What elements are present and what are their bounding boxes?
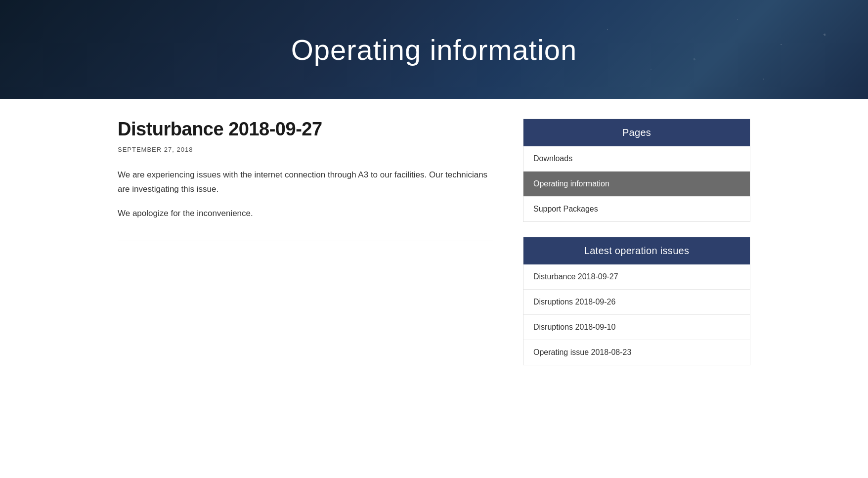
hero-banner: Operating information	[0, 0, 868, 99]
article-paragraph-2: We apologize for the inconvenience.	[118, 207, 493, 221]
issues-widget-header: Latest operation issues	[523, 237, 750, 264]
issue-item-3[interactable]: Operating issue 2018-08-23	[523, 340, 750, 365]
pages-item-operating-information[interactable]: Operating information	[523, 172, 750, 197]
main-container: Disturbance 2018-09-27 SEPTEMBER 27, 201…	[88, 99, 780, 400]
pages-widget: Pages Downloads Operating information Su…	[523, 119, 750, 222]
pages-widget-header: Pages	[523, 119, 750, 146]
article-title: Disturbance 2018-09-27	[118, 119, 493, 140]
article-date: SEPTEMBER 27, 2018	[118, 146, 493, 153]
article-paragraph-1: We are experiencing issues with the inte…	[118, 168, 493, 197]
article-divider	[118, 241, 493, 241]
article-body: We are experiencing issues with the inte…	[118, 168, 493, 221]
issues-widget: Latest operation issues Disturbance 2018…	[523, 237, 750, 365]
issue-item-0[interactable]: Disturbance 2018-09-27	[523, 264, 750, 290]
issue-item-1[interactable]: Disruptions 2018-09-26	[523, 290, 750, 315]
page-hero-title: Operating information	[291, 33, 577, 66]
content-area: Disturbance 2018-09-27 SEPTEMBER 27, 201…	[118, 119, 493, 241]
pages-item-support-packages[interactable]: Support Packages	[523, 197, 750, 221]
issue-item-2[interactable]: Disruptions 2018-09-10	[523, 315, 750, 340]
pages-item-downloads[interactable]: Downloads	[523, 146, 750, 172]
sidebar: Pages Downloads Operating information Su…	[523, 119, 750, 380]
